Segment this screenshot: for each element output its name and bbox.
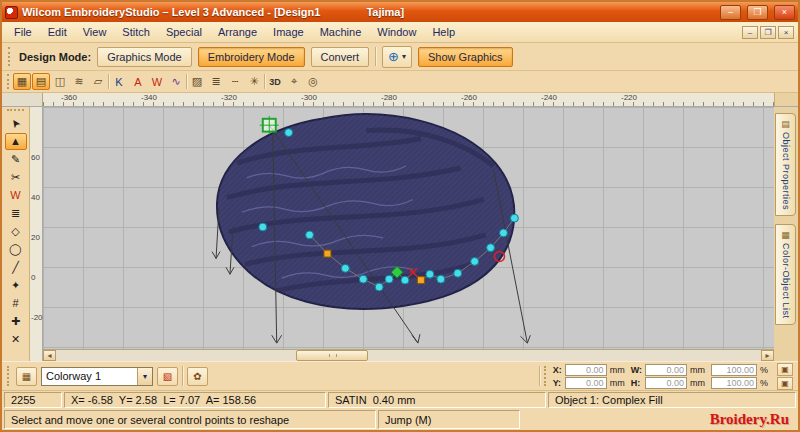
tab-color-object-list[interactable]: ▦ Color-Object List (775, 224, 796, 325)
delete-node-tool[interactable]: ✕ (5, 331, 27, 348)
child-restore-button[interactable]: ❐ (760, 26, 776, 39)
child-minimize-button[interactable]: – (742, 26, 758, 39)
zoom-icon[interactable]: ◎ (304, 73, 322, 90)
menu-item-arrange[interactable]: Arrange (210, 24, 265, 40)
knife-tool[interactable]: ✂ (5, 169, 27, 186)
fill-stitch-icon[interactable]: ▨ (188, 73, 206, 90)
toolbar-grip[interactable] (8, 47, 11, 66)
embroidery-mode-button[interactable]: Embroidery Mode (198, 47, 305, 67)
select-tool[interactable]: ➤ (5, 115, 27, 132)
add-node-tool[interactable]: ✚ (5, 313, 27, 330)
toolbar-separator (264, 74, 265, 89)
menu-item-view[interactable]: View (75, 24, 115, 40)
auto-digitize-icon[interactable]: A (129, 73, 147, 90)
maximize-button[interactable]: ❐ (747, 5, 768, 20)
scale-x-unit: % (760, 365, 771, 375)
toolbar-grip[interactable] (7, 366, 10, 386)
graphics-mode-button[interactable]: Graphics Mode (97, 47, 192, 67)
toolbar-grip[interactable] (7, 74, 10, 89)
globe-icon: ⊕ (388, 50, 399, 63)
show-design-icon[interactable]: ▦ (13, 73, 31, 90)
height-field[interactable] (645, 377, 687, 389)
menu-item-help[interactable]: Help (424, 24, 463, 40)
child-close-button[interactable]: × (778, 26, 794, 39)
lettering-icon[interactable]: W (148, 73, 166, 90)
wave-effect-icon[interactable]: ∿ (167, 73, 185, 90)
embroidery-object[interactable] (197, 107, 535, 325)
reshape-handle[interactable] (260, 116, 279, 135)
y-label: Y: (553, 378, 562, 388)
menu-item-window[interactable]: Window (369, 24, 424, 40)
manage-colorways-button[interactable]: ▦ (16, 367, 37, 386)
design-canvas[interactable]: ◂ ▸ (43, 107, 774, 361)
ruler-label: -320 (221, 93, 237, 102)
show-hoop-icon[interactable]: ◫ (51, 73, 69, 90)
menu-item-special[interactable]: Special (158, 24, 210, 40)
ruler-label: -260 (461, 93, 477, 102)
line-tool[interactable]: ╱ (5, 259, 27, 276)
pencil-tool[interactable]: ✎ (5, 151, 27, 168)
icon-toolbar: ▦ ▤ ◫ ≋ ▱ K A W ∿ ▨ ≣ ┄ ✳ 3D ⌖ ◎ (2, 71, 798, 93)
3d-view-button[interactable]: 3D (266, 73, 284, 90)
hint-text: Select and move one or several control p… (4, 410, 376, 429)
x-position-field[interactable] (565, 364, 607, 376)
scroll-thumb[interactable] (296, 350, 368, 361)
tool-mode: Jump (M) (378, 410, 520, 429)
machine-format-button[interactable]: ⊕ ▾ (382, 46, 412, 68)
show-graphics-button[interactable]: Show Graphics (418, 47, 513, 67)
width-field[interactable] (645, 364, 687, 376)
watermark: Broidery.Ru (710, 411, 789, 428)
w-unit: mm (690, 365, 708, 375)
measure-icon[interactable]: ⌖ (285, 73, 303, 90)
tab-object-properties[interactable]: ▤ Object Properties (775, 113, 796, 216)
show-grid-icon[interactable]: ▤ (32, 73, 50, 90)
show-stitches-icon[interactable]: ≋ (70, 73, 88, 90)
scale-y-field[interactable] (711, 377, 757, 389)
ellipse-tool[interactable]: ◯ (5, 241, 27, 258)
edit-colorway-button[interactable]: ▧ (157, 367, 178, 386)
horizontal-scrollbar[interactable]: ◂ ▸ (43, 349, 774, 361)
scroll-track[interactable] (56, 350, 761, 361)
scroll-left-arrow[interactable]: ◂ (43, 350, 56, 361)
colorway-bar: ▦ Colorway 1 ▾ ▧ ✿ X: mm W: mm % Y: mm H… (2, 361, 798, 391)
run-tool[interactable]: ≣ (5, 205, 27, 222)
chevron-down-icon[interactable]: ▾ (137, 368, 152, 385)
canvas-overlay (43, 107, 774, 349)
menu-item-image[interactable]: Image (265, 24, 312, 40)
watermark-cell: Broidery.Ru (522, 410, 796, 429)
show-outlines-icon[interactable]: ▱ (89, 73, 107, 90)
toolbar-grip[interactable] (544, 366, 547, 386)
scroll-right-arrow[interactable]: ▸ (761, 350, 774, 361)
ruler-label: -240 (541, 93, 557, 102)
stitch-count: 2255 (4, 392, 62, 408)
satin-stitch-icon[interactable]: ≣ (207, 73, 225, 90)
palette-grip[interactable] (7, 109, 23, 112)
scale-x-field[interactable] (711, 364, 757, 376)
scale-lock-button[interactable]: ▣ (777, 363, 793, 376)
close-button[interactable]: × (774, 5, 795, 20)
toolbar-separator (108, 74, 109, 89)
colorway-select[interactable]: Colorway 1 ▾ (41, 367, 153, 386)
grid-tool[interactable]: # (5, 295, 27, 312)
menu-bar: File Edit View Stitch Special Arrange Im… (2, 22, 798, 43)
lettering-tool[interactable]: W (5, 187, 27, 204)
transform-fields: X: mm W: mm % Y: mm H: mm % (553, 364, 771, 389)
kiosk-icon[interactable]: K (110, 73, 128, 90)
ruler-right-spacer (774, 93, 798, 106)
scale-lock-button[interactable]: ▣ (777, 377, 793, 390)
reshape-tool[interactable]: ▲ (5, 133, 27, 150)
menu-item-stitch[interactable]: Stitch (114, 24, 158, 40)
convert-button[interactable]: Convert (311, 47, 370, 67)
menu-item-machine[interactable]: Machine (312, 24, 370, 40)
menu-item-file[interactable]: File (6, 24, 40, 40)
ruler-label: -220 (621, 93, 637, 102)
y-position-field[interactable] (565, 377, 607, 389)
menu-item-edit[interactable]: Edit (40, 24, 75, 40)
minimize-button[interactable]: – (720, 5, 741, 20)
motif-icon[interactable]: ✳ (245, 73, 263, 90)
polygon-tool[interactable]: ◇ (5, 223, 27, 240)
run-stitch-icon[interactable]: ┄ (226, 73, 244, 90)
star-tool[interactable]: ✦ (5, 277, 27, 294)
color-wheel-button[interactable]: ✿ (187, 367, 208, 386)
status-bar: 2255 X= -6.58 Y= 2.58 L= 7.07 A= 158.56 … (2, 391, 798, 409)
